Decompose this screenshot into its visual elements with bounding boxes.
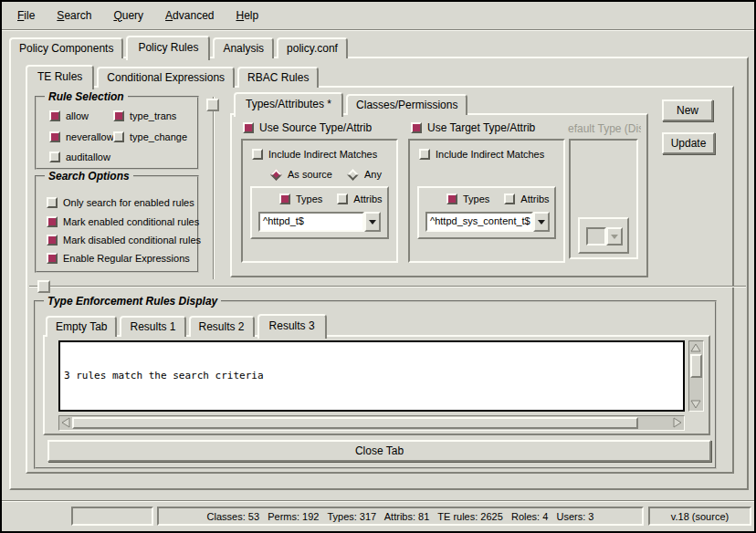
- checkbox-type-trans-label: type_trans: [130, 110, 176, 121]
- checkbox-use-source[interactable]: Use Source Type/Attrib: [243, 121, 372, 134]
- checkbox-target-attribs[interactable]: Attribs: [504, 193, 549, 204]
- menu-advanced-rest: dvanced: [173, 9, 214, 22]
- types-attributes-page: Use Source Type/Attrib Include Indirect …: [230, 113, 648, 277]
- checkbox-auditallow[interactable]: auditallow: [49, 152, 110, 162]
- menu-file[interactable]: File: [9, 6, 43, 25]
- statusbar-empty-cell: [71, 507, 153, 526]
- tab-conditional-expressions[interactable]: Conditional Expressions: [97, 67, 235, 88]
- checkbox-use-source-indicator: [243, 122, 254, 133]
- tab-empty-tab[interactable]: Empty Tab: [46, 316, 117, 337]
- results-text-area[interactable]: 3 rules match the search criteria (5822)…: [58, 340, 685, 412]
- checkbox-type-change[interactable]: type_change: [113, 131, 187, 142]
- source-combobox-dropdown-button[interactable]: [364, 212, 381, 232]
- tab-analysis[interactable]: Analysis: [213, 37, 274, 58]
- use-target-label: Use Target Type/Attrib: [427, 121, 535, 134]
- checkbox-target-types[interactable]: Types: [446, 193, 489, 204]
- tab-classes-permissions[interactable]: Classes/Permissions: [346, 94, 467, 115]
- update-button[interactable]: Update: [662, 132, 715, 154]
- horizontal-sash-grip[interactable]: [37, 280, 50, 293]
- scroll-down-icon[interactable]: [689, 398, 702, 411]
- checkbox-allow[interactable]: allow: [49, 110, 89, 121]
- tab-types-attributes[interactable]: Types/Attributes *: [234, 92, 343, 117]
- checkbox-source-indirect[interactable]: Include Indirect Matches: [252, 149, 377, 160]
- checkbox-source-attribs[interactable]: Attribs: [337, 193, 382, 204]
- main-tabbar: Policy Components Policy Rules Analysis …: [9, 35, 351, 58]
- tab-rbac-rules[interactable]: RBAC Rules: [237, 67, 319, 88]
- scroll-left-icon[interactable]: [59, 416, 72, 429]
- close-tab-button[interactable]: Close Tab: [47, 440, 711, 462]
- checkbox-mark-enabled-indicator: [47, 216, 58, 227]
- checkbox-source-types[interactable]: Types: [279, 193, 322, 204]
- scroll-up-icon[interactable]: [689, 341, 702, 354]
- rules-tabbar: TE Rules Conditional Expressions RBAC Ru…: [26, 65, 321, 88]
- target-attribs-label: Attribs: [520, 193, 549, 204]
- menu-help-rest: elp: [244, 9, 258, 22]
- checkbox-target-attribs-indicator: [504, 193, 515, 204]
- checkbox-use-target[interactable]: Use Target Type/Attrib: [411, 121, 535, 134]
- rule-selection-group: Rule Selection allow type_trans neverall…: [35, 96, 199, 170]
- checkbox-target-indirect[interactable]: Include Indirect Matches: [419, 149, 544, 160]
- checkbox-use-target-indicator: [411, 122, 422, 133]
- source-type-combobox[interactable]: ^httpd_t$: [258, 212, 381, 232]
- source-types-row: Types Attribs: [279, 193, 383, 204]
- menu-search[interactable]: Search: [48, 6, 100, 25]
- menu-query[interactable]: Query: [105, 6, 152, 25]
- te-rules-display-title: Type Enforcement Rules Display: [44, 295, 221, 308]
- checkbox-mark-enabled[interactable]: Mark enabled conditional rules: [47, 216, 199, 227]
- checkbox-only-enabled-label: Only search for enabled rules: [63, 197, 194, 208]
- source-attribs-label: Attribs: [353, 193, 382, 204]
- radio-any-label: Any: [364, 169, 382, 180]
- vertical-scroll-thumb[interactable]: [690, 354, 702, 378]
- target-combobox-dropdown-button[interactable]: [533, 212, 550, 232]
- new-button[interactable]: New: [662, 99, 713, 121]
- radio-any-indicator: [347, 169, 359, 181]
- menu-advanced[interactable]: Advanced: [157, 6, 222, 25]
- results-summary: 3 rules match the search criteria: [64, 370, 679, 382]
- tab-results-2[interactable]: Results 2: [189, 316, 255, 337]
- horizontal-scroll-thumb[interactable]: [72, 417, 638, 429]
- source-radio-row: As source Any: [270, 169, 382, 180]
- radio-any[interactable]: Any: [347, 169, 382, 180]
- results-vertical-scrollbar[interactable]: [688, 340, 704, 412]
- tab-results-3[interactable]: Results 3: [257, 314, 327, 339]
- checkbox-regex[interactable]: Enable Regular Expressions: [47, 253, 190, 264]
- chevron-down-icon: [538, 220, 545, 225]
- checkbox-target-types-indicator: [446, 193, 457, 204]
- source-types-label: Types: [296, 193, 322, 204]
- menu-query-rest: uery: [122, 9, 143, 22]
- scroll-right-icon[interactable]: [671, 416, 684, 429]
- menu-help-key: H: [236, 9, 244, 22]
- tab-te-rules[interactable]: TE Rules: [26, 65, 94, 89]
- checkbox-only-enabled[interactable]: Only search for enabled rules: [47, 197, 194, 208]
- tab-policy-rules[interactable]: Policy Rules: [126, 36, 210, 60]
- target-type-combobox[interactable]: ^httpd_sys_content_t$: [425, 212, 550, 232]
- checkbox-mark-disabled-indicator: [47, 235, 58, 246]
- checkbox-allow-indicator: [49, 110, 60, 121]
- source-type-combobox-value[interactable]: ^httpd_t$: [258, 212, 364, 232]
- checkbox-type-change-indicator: [113, 131, 124, 142]
- target-type-combobox-value[interactable]: ^httpd_sys_content_t$: [425, 212, 533, 232]
- checkbox-type-change-label: type_change: [130, 131, 187, 142]
- menu-search-rest: earch: [64, 9, 91, 22]
- checkbox-allow-label: allow: [66, 110, 89, 121]
- target-types-frame: Types Attribs ^httpd_sys_content_t$: [417, 186, 556, 239]
- menu-help[interactable]: Help: [227, 6, 267, 25]
- results-horizontal-scrollbar[interactable]: [58, 415, 685, 431]
- checkbox-type-trans[interactable]: type_trans: [113, 110, 176, 121]
- checkbox-regex-label: Enable Regular Expressions: [63, 253, 190, 264]
- vertical-sash-grip[interactable]: [206, 99, 219, 111]
- checkbox-mark-disabled[interactable]: Mark disabled conditional rules: [47, 235, 201, 246]
- types-attr-tabbar: Types/Attributes * Classes/Permissions: [234, 92, 470, 115]
- checkbox-neverallow[interactable]: neverallow: [49, 131, 114, 142]
- radio-as-source[interactable]: As source: [270, 169, 332, 180]
- apol-window: File Search Query Advanced Help Policy C…: [0, 0, 756, 533]
- checkbox-source-types-indicator: [279, 193, 290, 204]
- source-types-frame: Types Attribs ^httpd_t$: [250, 186, 389, 239]
- tab-results-1[interactable]: Results 1: [120, 316, 185, 337]
- tab-policy-conf[interactable]: policy.conf: [277, 37, 348, 58]
- checkbox-regex-indicator: [47, 253, 58, 264]
- chevron-down-icon: [369, 220, 376, 225]
- use-source-label: Use Source Type/Attrib: [259, 121, 372, 134]
- tab-policy-components[interactable]: Policy Components: [9, 37, 123, 58]
- statusbar-divider: [2, 500, 754, 502]
